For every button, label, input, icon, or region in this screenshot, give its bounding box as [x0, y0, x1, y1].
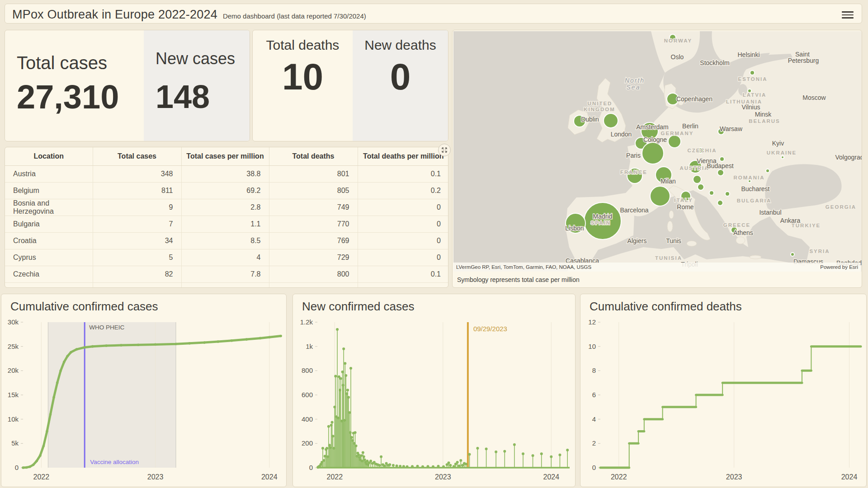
city-label: Berlin — [682, 122, 698, 130]
case-bubble[interactable] — [717, 169, 724, 176]
value-cell: 0.1 — [358, 266, 448, 283]
powered-by-esri: Powered by Esri — [820, 264, 858, 270]
svg-text:2024: 2024 — [261, 473, 278, 481]
country-label: TUNISIA — [655, 255, 682, 261]
table-row[interactable]: Austria34838.88010.1 — [5, 166, 448, 183]
table-row[interactable]: Bosnia and Herzegovina92.87490 — [5, 199, 448, 216]
header-bar: MPox Outbreak in Europe 2022-2024 Demo d… — [5, 4, 862, 23]
country-label: GERMANY — [661, 131, 694, 136]
value-cell: 811 — [93, 183, 181, 199]
value-cell: 34 — [93, 233, 181, 249]
value-cell: 0 — [358, 199, 448, 216]
value-cell: 7.8 — [181, 266, 269, 283]
case-bubble[interactable] — [650, 186, 670, 206]
svg-text:6: 6 — [592, 391, 596, 399]
city-label: Vilnius — [742, 103, 760, 111]
new-cases-chart[interactable]: 20222023202402004006008001k1.2k09/29/202… — [293, 294, 575, 487]
table-expand-button[interactable] — [438, 144, 451, 156]
case-bubble[interactable] — [642, 142, 664, 164]
case-bubble[interactable] — [693, 175, 701, 183]
cumulative-deaths-chart[interactable]: 202220232024024681012 — [580, 294, 866, 487]
svg-text:12: 12 — [588, 318, 596, 326]
svg-text:0: 0 — [309, 464, 313, 471]
cumulative-cases-chart[interactable]: 20222023202405k10k15k20k25k30kWHO PHEICV… — [1, 294, 286, 487]
page-subtitle: Demo dashboard (last data reported 7/30/… — [223, 12, 366, 20]
location-cell: Bulgaria — [5, 216, 93, 233]
city-label: Istanbul — [759, 209, 781, 216]
city-label: Moscow — [802, 94, 826, 101]
svg-text:200: 200 — [302, 439, 313, 447]
locations-table-panel: LocationTotal casesTotal cases per milli… — [5, 147, 448, 288]
location-cell: Croatia — [5, 233, 93, 249]
case-bubble[interactable] — [668, 135, 681, 148]
value-cell: 0 — [358, 249, 448, 266]
case-bubble[interactable] — [791, 253, 794, 256]
city-label: Petersburg — [788, 57, 819, 64]
hamburger-menu-icon[interactable] — [842, 9, 854, 19]
value-cell: 2.8 — [181, 199, 269, 216]
svg-text:8: 8 — [592, 366, 596, 374]
svg-text:600: 600 — [302, 391, 313, 399]
page-title: MPox Outbreak in Europe 2022-2024 — [12, 8, 217, 22]
case-bubble[interactable] — [720, 157, 724, 161]
city-label: Milan — [660, 178, 675, 185]
case-bubble[interactable] — [717, 200, 723, 206]
country-label: KINGDOM — [584, 107, 615, 112]
location-cell: Austria — [5, 166, 93, 183]
value-cell: 0 — [358, 283, 448, 288]
table-column-header: Location — [5, 147, 93, 166]
table-row[interactable]: Belgium81169.28050.2 — [5, 183, 448, 199]
europe-bubble-map[interactable]: NorthSeaNORWAYESTONIALATVIALITHUANIABELA… — [453, 31, 862, 272]
country-label: GEORGIA — [826, 204, 856, 210]
svg-text:09/29/2023: 09/29/2023 — [473, 325, 507, 333]
water-label: Sea — [627, 84, 641, 91]
case-bubble[interactable] — [709, 191, 714, 195]
stats-panel-cases: Total cases 27,310 New cases 148 — [5, 30, 250, 141]
city-label: Warsaw — [720, 125, 743, 132]
table-header-row: LocationTotal casesTotal cases per milli… — [5, 147, 448, 166]
city-label: Minsk — [755, 111, 772, 118]
svg-text:30k: 30k — [8, 318, 19, 326]
cumulative-cases-panel: Cumulative confirmed cases 2022202320240… — [1, 294, 287, 487]
country-label: AUSTRIA — [679, 165, 709, 171]
stat-value: 10 — [253, 56, 353, 98]
city-label: Bucharest — [741, 185, 769, 192]
city-label: Paris — [626, 152, 641, 159]
map-attribution-bar: LVermGeo RP, Esri, TomTom, Garmin, FAO, … — [453, 263, 861, 272]
table-row[interactable]: Denmark29334.28010 — [5, 283, 448, 288]
svg-text:10: 10 — [588, 343, 596, 350]
value-cell: 5 — [93, 249, 181, 266]
case-bubble[interactable] — [781, 156, 784, 159]
value-cell: 0 — [358, 233, 448, 249]
water-label: North — [625, 77, 645, 84]
city-label: London — [611, 131, 632, 138]
svg-text:1k: 1k — [306, 343, 313, 350]
case-bubble[interactable] — [698, 184, 704, 190]
table-row[interactable]: Cyprus547290 — [5, 249, 448, 266]
value-cell: 801 — [269, 283, 358, 288]
city-label: Barcelona — [620, 206, 648, 214]
value-cell: 805 — [269, 183, 358, 199]
stat-label: Total cases — [17, 53, 144, 73]
value-cell: 0.2 — [358, 183, 448, 199]
stat-card-total-deaths: Total deaths 10 — [253, 30, 353, 141]
value-cell: 1.1 — [181, 216, 269, 233]
svg-text:2: 2 — [592, 439, 596, 447]
case-bubble[interactable] — [604, 113, 618, 128]
table-row[interactable]: Croatia348.57690 — [5, 233, 448, 249]
table-column-header: Total cases — [93, 147, 181, 166]
stat-card-total-cases: Total cases 27,310 — [5, 30, 144, 141]
table-row[interactable]: Bulgaria71.17700 — [5, 216, 448, 233]
stat-label: Total deaths — [253, 38, 353, 53]
svg-text:5k: 5k — [11, 439, 19, 447]
case-bubble[interactable] — [766, 169, 769, 173]
city-label: Copenhagen — [676, 95, 712, 103]
map-attribution: LVermGeo RP, Esri, TomTom, Garmin, FAO, … — [456, 264, 591, 270]
locations-table: LocationTotal casesTotal cases per milli… — [5, 147, 448, 288]
case-bubble[interactable] — [750, 70, 755, 75]
svg-text:400: 400 — [302, 415, 313, 423]
city-label: Volgograd — [835, 154, 862, 161]
case-bubble[interactable] — [725, 192, 730, 196]
table-row[interactable]: Czechia827.88000.1 — [5, 266, 448, 283]
svg-text:2022: 2022 — [33, 473, 50, 481]
